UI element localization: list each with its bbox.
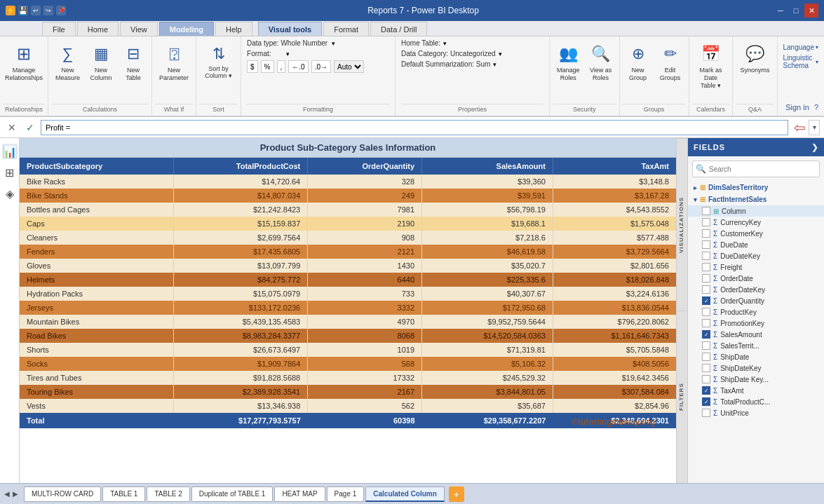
new-group-button[interactable]: ⊕ NewGroup (623, 41, 654, 84)
formula-input[interactable] (41, 120, 788, 135)
tab-help[interactable]: Help (215, 22, 252, 36)
field-checkbox[interactable] (702, 263, 710, 271)
mark-as-date-table-button[interactable]: 📅 Mark asDate Table ▾ (692, 41, 730, 91)
field-checkbox[interactable] (702, 218, 710, 226)
field-checkbox[interactable]: ✓ (702, 330, 710, 339)
field-group-header[interactable]: ▾⊞FactInternetSales (688, 193, 824, 205)
model-view-icon[interactable]: ◈ (2, 186, 18, 201)
new-table-button[interactable]: ⊟ NewTable (118, 41, 149, 84)
field-item[interactable]: Σ ShipDateKey (688, 362, 824, 374)
field-group-header[interactable]: ▸⊞DimSalesTerritory (688, 182, 824, 193)
new-column-button[interactable]: ▦ NewColumn (86, 41, 116, 84)
tab-file[interactable]: File (42, 22, 76, 36)
field-item[interactable]: ⊞ Column (688, 205, 824, 217)
new-parameter-button[interactable]: ⍰ NewParameter (155, 41, 193, 84)
home-table-dropdown[interactable]: ▾ (443, 40, 447, 47)
formula-cancel-button[interactable]: ✕ (4, 120, 20, 135)
field-checkbox[interactable] (702, 375, 710, 383)
bottom-tab[interactable]: TABLE 1 (102, 486, 145, 502)
view-as-roles-button[interactable]: 🔍 View asRoles (586, 41, 616, 84)
field-item[interactable]: Σ CurrencyKey (688, 217, 824, 228)
field-item[interactable]: Σ SalesTerrit... (688, 340, 824, 351)
bottom-tab[interactable]: Calculated Column (365, 486, 445, 502)
decrease-decimal-button[interactable]: ←.0 (288, 60, 308, 73)
field-checkbox[interactable] (702, 364, 710, 372)
field-checkbox[interactable] (702, 319, 710, 327)
language-button[interactable]: Language ▾ (783, 43, 819, 51)
formula-confirm-button[interactable]: ✓ (22, 120, 38, 135)
help-icon[interactable]: ? (814, 103, 818, 111)
field-item[interactable]: ✓ Σ SalesAmount (688, 329, 824, 340)
field-checkbox[interactable]: ✓ (702, 386, 710, 395)
field-item[interactable]: Σ DueDate (688, 239, 824, 250)
tab-scroll-right[interactable]: ▶ (11, 490, 20, 498)
bottom-tab[interactable]: HEAT MAP (274, 486, 325, 502)
increase-decimal-button[interactable]: .0→ (311, 60, 331, 73)
undo-icon[interactable]: ↩ (31, 6, 41, 15)
add-page-button[interactable]: + (449, 486, 464, 502)
comma-button[interactable]: , (277, 60, 286, 73)
manage-relationships-button[interactable]: ⊞ ManageRelationships (3, 41, 45, 84)
data-category-dropdown[interactable]: ▾ (499, 50, 502, 57)
data-type-dropdown-arrow[interactable]: ▾ (332, 40, 335, 47)
field-item[interactable]: Σ UnitPrice (688, 407, 824, 418)
field-item[interactable]: ✓ Σ TotalProductC... (688, 396, 824, 407)
field-item[interactable]: Σ PromotionKey (688, 318, 824, 329)
tab-format[interactable]: Format (323, 22, 369, 36)
percent-button[interactable]: % (261, 60, 274, 73)
field-item[interactable]: Σ CustomerKey (688, 228, 824, 239)
format-dropdown-arrow[interactable]: ▾ (286, 50, 290, 57)
field-checkbox[interactable] (702, 341, 710, 350)
field-item[interactable]: ✓ Σ TaxAmt (688, 385, 824, 396)
dollar-sign-button[interactable]: $ (247, 60, 258, 73)
default-sum-dropdown[interactable]: ▾ (493, 61, 497, 68)
field-checkbox[interactable] (702, 308, 710, 316)
minimize-button[interactable]: ─ (774, 4, 788, 18)
tab-data-drill[interactable]: Data / Drill (370, 22, 427, 36)
bottom-tab[interactable]: MULTI-ROW CARD (24, 486, 101, 502)
bottom-tab[interactable]: Duplicate of TABLE 1 (191, 486, 273, 502)
data-view-icon[interactable]: ⊞ (2, 165, 18, 180)
field-item[interactable]: Σ DueDateKey (688, 250, 824, 261)
formula-expand-button[interactable]: ▾ (809, 120, 820, 135)
field-checkbox[interactable] (702, 229, 710, 238)
field-checkbox[interactable] (702, 274, 710, 282)
maximize-button[interactable]: □ (789, 4, 803, 18)
field-checkbox[interactable] (702, 285, 710, 294)
close-button[interactable]: ✕ (804, 4, 818, 18)
new-measure-button[interactable]: ∑ NewMeasure (51, 41, 84, 84)
filters-vert-label[interactable]: FILTERS (677, 311, 687, 483)
linguistic-schema-button[interactable]: Linguistic Schema ▾ (783, 54, 819, 69)
bottom-tab[interactable]: TABLE 2 (147, 486, 189, 502)
synonyms-button[interactable]: 💬 Synonyms (736, 41, 774, 76)
table-scroll[interactable]: ProductSubcategory TotalProductCost Orde… (20, 158, 676, 483)
field-item[interactable]: Σ ShipDate Key... (688, 374, 824, 385)
report-view-icon[interactable]: 📊 (2, 144, 18, 159)
redo-icon[interactable]: ↪ (43, 6, 53, 15)
fields-panel-collapse[interactable]: ❯ (811, 142, 818, 152)
field-item[interactable]: ✓ Σ OrderQuantity (688, 295, 824, 306)
field-checkbox[interactable] (702, 240, 710, 249)
field-item[interactable]: Σ OrderDateKey (688, 284, 824, 295)
field-checkbox[interactable] (702, 252, 710, 260)
field-checkbox[interactable] (702, 353, 710, 361)
field-item[interactable]: Σ ProductKey (688, 306, 824, 318)
visualizations-vert-label[interactable]: VISUALIZATIONS (677, 138, 687, 311)
tab-home[interactable]: Home (77, 22, 119, 36)
fields-search-input[interactable] (709, 165, 819, 173)
field-item[interactable]: Σ ShipDate (688, 351, 824, 362)
pin-icon[interactable]: 📌 (56, 6, 66, 15)
save-icon[interactable]: 💾 (18, 6, 28, 15)
manage-roles-button[interactable]: 👥 ManageRoles (553, 41, 584, 84)
field-checkbox[interactable]: ✓ (702, 397, 710, 406)
bottom-tab[interactable]: Page 1 (327, 486, 365, 502)
tab-modeling[interactable]: Modeling (159, 22, 214, 36)
sign-in-button[interactable]: Sign in (785, 103, 809, 111)
sort-by-column-button[interactable]: ⇅ Sort byColumn ▾ (199, 41, 238, 81)
tab-scroll-left[interactable]: ◀ (3, 490, 11, 498)
tab-view[interactable]: View (120, 22, 158, 36)
field-item[interactable]: Σ OrderDate (688, 273, 824, 284)
field-item[interactable]: Σ Freight (688, 261, 824, 273)
edit-groups-button[interactable]: ✏ EditGroups (655, 41, 686, 84)
field-checkbox[interactable] (702, 207, 710, 215)
